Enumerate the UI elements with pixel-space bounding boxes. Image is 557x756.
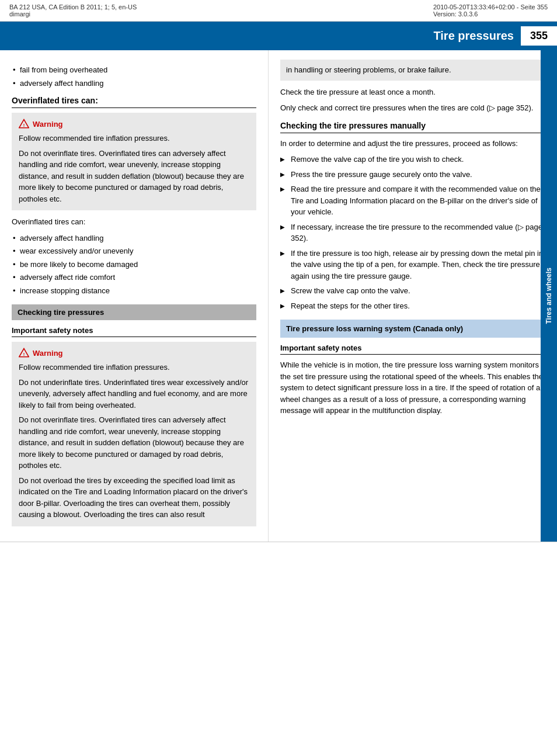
warning-para-1b: Do not overinflate tires. Overinflated t…	[19, 148, 249, 205]
warning-title-1: ! Warning	[19, 119, 249, 129]
info-box-text: in handling or steering problems, or bra…	[286, 65, 451, 74]
safety-notes-heading: Important safety notes	[12, 326, 256, 337]
checking-intro: In order to determine and adjust the tir…	[280, 138, 545, 150]
step-item: If necessary, increase the tire pressure…	[280, 221, 545, 244]
doc-header: BA 212 USA, CA Edition B 2011; 1; 5, en-…	[0, 0, 557, 22]
checking-section-header: Checking tire pressures	[12, 304, 256, 320]
warning-para-2b: Do not underinflate tires. Underinflated…	[19, 377, 249, 411]
info-box: in handling or steering problems, or bra…	[280, 60, 545, 81]
svg-text:!: !	[23, 352, 25, 357]
overinflated-heading: Overinflated tires can:	[12, 96, 256, 108]
right-column: in handling or steering problems, or bra…	[269, 50, 557, 542]
list-item: adversely affect handling	[12, 233, 256, 244]
step-item: Read the tire pressure and compare it wi…	[280, 183, 545, 218]
warning-text-1: Follow recommended tire inflation pressu…	[19, 133, 249, 204]
step-item: Remove the valve cap of the tire you wis…	[280, 154, 545, 165]
check-pressure-para1: Check the tire pressure at least once a …	[280, 86, 545, 98]
warning-label-1: Warning	[33, 120, 63, 129]
side-label-text: Tires and wheels	[545, 268, 553, 324]
warning-para-1a: Follow recommended tire inflation pressu…	[19, 133, 249, 144]
warning-text-2: Follow recommended tire inflation pressu…	[19, 362, 249, 521]
warning-title-2: ! Warning	[19, 348, 249, 358]
title-bar: Tire pressures 355	[0, 22, 557, 50]
warning-box-1: ! Warning Follow recommended tire inflat…	[12, 113, 256, 210]
doc-footer	[0, 542, 557, 547]
warning-para-2a: Follow recommended tire inflation pressu…	[19, 362, 249, 373]
tire-pressure-loss-header: Tire pressure loss warning system (Canad…	[280, 320, 545, 338]
header-right: 2010-05-20T13:33:46+02:00 - Seite 355 Ve…	[433, 4, 548, 18]
header-right-line2: Version: 3.0.3.6	[433, 11, 548, 18]
important-safety-notes-heading-right: Important safety notes	[280, 344, 545, 355]
list-item: be more likely to become damaged	[12, 259, 256, 271]
list-item: adversely affect handling	[12, 78, 256, 89]
checking-manually-heading: Checking the tire pressures manually	[280, 121, 545, 133]
overinflated-intro-text: Overinflated tires can:	[12, 216, 256, 228]
warning-box-2: ! Warning Follow recommended tire inflat…	[12, 342, 256, 526]
warning-label-2: Warning	[33, 349, 63, 358]
title-bar-inner: Tire pressures 355	[433, 26, 557, 46]
list-item: increase stopping distance	[12, 285, 256, 297]
step-item: Screw the valve cap onto the valve.	[280, 285, 545, 297]
steps-list: Remove the valve cap of the tire you wis…	[280, 154, 545, 311]
page-number: 355	[521, 26, 557, 46]
left-column: fail from being overheated adversely aff…	[0, 50, 269, 542]
header-left: BA 212 USA, CA Edition B 2011; 1; 5, en-…	[9, 4, 137, 18]
overinflated-bullet-list: adversely affect handling wear excessive…	[12, 233, 256, 297]
page-title: Tire pressures	[433, 29, 521, 43]
safety-text: While the vehicle is in motion, the tire…	[280, 359, 545, 417]
header-right-line1: 2010-05-20T13:33:46+02:00 - Seite 355	[433, 4, 548, 11]
warning-icon-1: !	[19, 119, 29, 129]
header-left-line1: BA 212 USA, CA Edition B 2011; 1; 5, en-…	[9, 4, 137, 11]
intro-bullet-list: fail from being overheated adversely aff…	[12, 64, 256, 89]
step-item: Repeat the steps for the other tires.	[280, 300, 545, 312]
step-item: If the tire pressure is too high, releas…	[280, 248, 545, 282]
warning-icon-2: !	[19, 348, 29, 358]
warning-para-2c: Do not overinflate tires. Overinflated t…	[19, 414, 249, 471]
list-item: wear excessively and/or unevenly	[12, 245, 256, 257]
list-item: adversely affect ride comfort	[12, 272, 256, 283]
svg-text:!: !	[23, 123, 25, 128]
header-left-line2: dimargi	[9, 11, 137, 18]
list-item: fail from being overheated	[12, 64, 256, 76]
step-item: Press the tire pressure gauge securely o…	[280, 169, 545, 181]
check-pressure-para2: Only check and correct tire pressures wh…	[280, 102, 545, 114]
content-area: fail from being overheated adversely aff…	[0, 50, 557, 542]
warning-para-2d: Do not overload the tires by exceeding t…	[19, 475, 249, 521]
side-label: Tires and wheels	[541, 50, 557, 542]
